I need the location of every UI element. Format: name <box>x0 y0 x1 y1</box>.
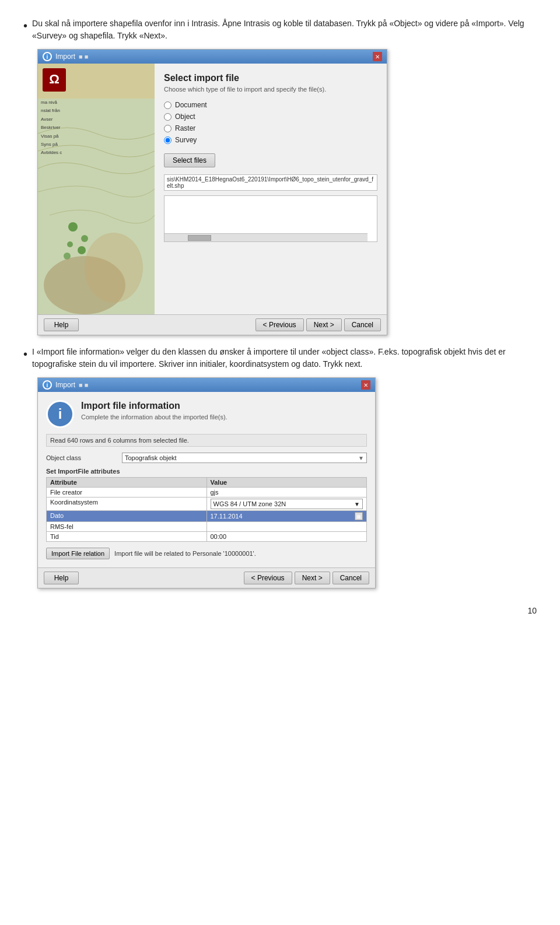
svg-point-4 <box>67 241 73 247</box>
radio-raster[interactable]: Raster <box>164 124 377 132</box>
cell-tid-attr: Tid <box>47 532 207 541</box>
import-file-relation-row: Import File relation Import file will be… <box>46 548 367 559</box>
dialog-select-import-file: i Import ■ ■ ✕ <box>37 49 387 335</box>
bullet-item-1: • Du skal nå importere shapefila ovenfor… <box>23 17 537 42</box>
dialog1-body: Ω ma nivå nslat från Avser Beskriver Vis… <box>38 64 387 314</box>
table-row-dato: Dato 17.11.2014 ▦ <box>46 510 367 521</box>
object-class-label: Object class <box>46 454 122 461</box>
dialog1-title-text: Import <box>55 52 75 61</box>
bullet-text-2: I «Import file information» velger du de… <box>32 346 537 370</box>
cell-file-creator-value[interactable]: gjs <box>207 488 367 497</box>
dialog2-section-subtitle: Complete the information about the impor… <box>81 414 228 421</box>
radio-document-input[interactable] <box>164 101 172 109</box>
dialog1-scrollbar-thumb[interactable] <box>188 235 211 241</box>
dato-value-text: 17.11.2014 <box>211 513 243 520</box>
dialog2-header: i Import file information Complete the i… <box>46 400 367 428</box>
bullet-item-2: • I «Import file information» velger du … <box>23 346 537 370</box>
dialog2-next-button[interactable]: Next > <box>295 572 330 584</box>
map-image: Ω ma nivå nslat från Avser Beskriver Vis… <box>38 64 155 314</box>
dialog1-title-icon: i <box>43 52 52 61</box>
object-class-dropdown-arrow: ▼ <box>358 455 364 461</box>
dialog2-close-button[interactable]: ✕ <box>361 380 370 390</box>
dialog1-left-panel: Ω ma nivå nslat från Avser Beskriver Vis… <box>38 64 155 314</box>
dato-cell-wrapper: 17.11.2014 ▦ <box>211 512 363 520</box>
dialog2-header-text: Import file information Complete the inf… <box>81 401 228 428</box>
cell-dato-attr: Dato <box>47 511 207 521</box>
dialog2-titlebar-left: i Import ■ ■ <box>43 380 88 390</box>
dialog1-cancel-button[interactable]: Cancel <box>344 318 381 331</box>
table-header-row: Attribute Value <box>46 477 367 487</box>
dialog1-right-panel: Select import file Choose which type of … <box>155 64 387 314</box>
dialog-import-file-info: i Import ■ ■ ✕ i Import file information… <box>37 377 376 588</box>
table-row-rms-fel: RMS-fel <box>46 521 367 531</box>
radio-raster-label: Raster <box>175 124 195 132</box>
svg-point-3 <box>81 235 88 242</box>
dialog2-title-text: Import <box>55 381 75 389</box>
dialog2-title-icon: i <box>43 380 52 390</box>
bullet-dot-1: • <box>23 17 27 34</box>
dialog2-title-extra: ■ ■ <box>79 381 88 388</box>
object-class-dropdown-value: Topografisk objekt <box>125 454 177 461</box>
map-text-overlay: ma nivå nslat från Avser Beskriver Visas… <box>41 99 62 157</box>
dialog2-help-button[interactable]: Help <box>44 572 79 584</box>
dialog1-titlebar-left: i Import ■ ■ <box>43 52 88 61</box>
koordinatsystem-value-text: WGS 84 / UTM zone 32N <box>214 500 286 507</box>
table-header-value: Value <box>207 478 367 487</box>
dialog2-footer: Help < Previous Next > Cancel <box>38 567 375 588</box>
table-row-tid: Tid 00:00 <box>46 531 367 542</box>
cell-dato-value[interactable]: 17.11.2014 ▦ <box>207 511 367 521</box>
dialog1-footer-btn-group: < Previous Next > Cancel <box>256 318 381 331</box>
dialog1-titlebar: i Import ■ ■ ✕ <box>38 50 387 64</box>
object-class-dropdown[interactable]: Topografisk objekt ▼ <box>122 453 367 463</box>
dialog2-info-icon: i <box>46 400 74 428</box>
dialog1-help-button[interactable]: Help <box>44 318 79 331</box>
cell-rms-attr: RMS-fel <box>47 522 207 531</box>
cell-file-creator-attr: File creator <box>47 488 207 497</box>
page-number: 10 <box>23 606 537 615</box>
dialog1-previous-button[interactable]: < Previous <box>256 318 304 331</box>
import-attributes-table: Attribute Value File creator gjs Koordin… <box>46 477 367 542</box>
radio-survey-label: Survey <box>175 136 197 144</box>
dialog1-section-title: Select import file <box>164 73 377 83</box>
dialog1-radio-group: Document Object Raster Survey <box>164 101 377 144</box>
table-row-file-creator: File creator gjs <box>46 487 367 497</box>
import-file-relation-button[interactable]: Import File relation <box>46 548 110 559</box>
koordinatsystem-dropdown-arrow: ▼ <box>354 501 360 507</box>
table-row-koordinatsystem: Koordinatsystem WGS 84 / UTM zone 32N ▼ <box>46 497 367 510</box>
radio-document-label: Document <box>175 101 207 109</box>
radio-document[interactable]: Document <box>164 101 377 109</box>
dialog1-section-subtitle: Choose which type of file to import and … <box>164 86 377 93</box>
calendar-icon[interactable]: ▦ <box>355 512 363 520</box>
table-header-attribute: Attribute <box>47 478 207 487</box>
radio-survey[interactable]: Survey <box>164 136 377 144</box>
svg-point-2 <box>68 222 78 232</box>
radio-object[interactable]: Object <box>164 113 377 121</box>
relation-text: Import file will be related to Personale… <box>114 550 256 557</box>
dialog2-cancel-button[interactable]: Cancel <box>332 572 369 584</box>
radio-survey-input[interactable] <box>164 136 172 144</box>
radio-raster-input[interactable] <box>164 125 172 132</box>
dialog2-body: i Import file information Complete the i… <box>38 392 375 567</box>
koordinatsystem-dropdown[interactable]: WGS 84 / UTM zone 32N ▼ <box>211 499 363 509</box>
dialog2-titlebar: i Import ■ ■ ✕ <box>38 378 375 392</box>
dialog2-footer-btn-group: < Previous Next > Cancel <box>244 572 369 584</box>
dialog1-footer: Help < Previous Next > Cancel <box>38 314 387 335</box>
dialog1-next-button[interactable]: Next > <box>306 318 342 331</box>
object-class-row: Object class Topografisk objekt ▼ <box>46 453 367 463</box>
svg-point-5 <box>78 246 86 254</box>
dialog1-scroll-area <box>164 195 377 242</box>
dialog1-title-extra: ■ ■ <box>79 53 88 60</box>
object-class-value[interactable]: Topografisk objekt ▼ <box>122 453 367 463</box>
bullet-dot-2: • <box>23 346 27 362</box>
dialog2-previous-button[interactable]: < Previous <box>244 572 292 584</box>
svg-point-8 <box>85 233 143 303</box>
radio-object-label: Object <box>175 113 195 121</box>
radio-object-input[interactable] <box>164 113 172 121</box>
cell-rms-value[interactable] <box>207 522 367 531</box>
cell-koordinatsystem-attr: Koordinatsystem <box>47 497 207 510</box>
cell-tid-value[interactable]: 00:00 <box>207 532 367 541</box>
cell-koordinatsystem-value[interactable]: WGS 84 / UTM zone 32N ▼ <box>207 497 367 510</box>
select-files-button[interactable]: Select files <box>164 153 215 167</box>
dialog1-scrollbar-h[interactable] <box>164 233 368 241</box>
dialog1-close-button[interactable]: ✕ <box>373 52 382 61</box>
